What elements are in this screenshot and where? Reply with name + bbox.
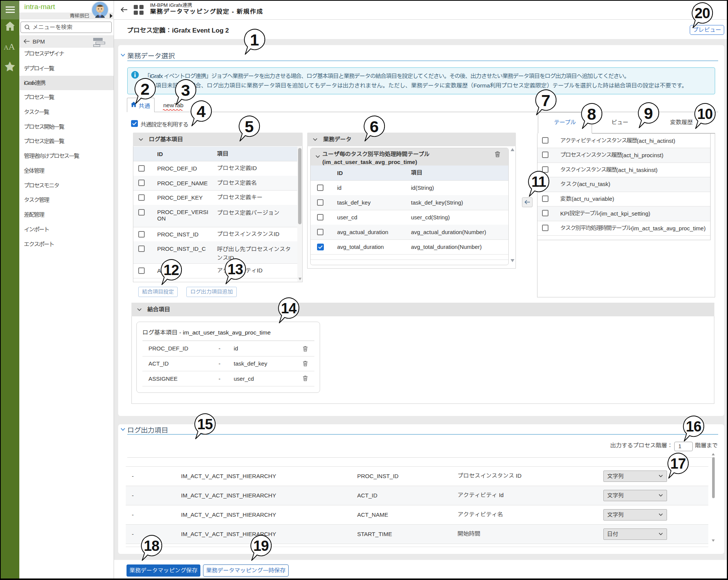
svg-text:4: 4	[197, 102, 206, 120]
svg-text:6: 6	[370, 117, 379, 136]
svg-text:2: 2	[141, 80, 150, 98]
svg-text:11: 11	[531, 174, 546, 190]
svg-text:17: 17	[670, 456, 686, 472]
svg-text:18: 18	[144, 538, 159, 554]
svg-text:3: 3	[181, 81, 190, 99]
svg-text:7: 7	[541, 91, 550, 109]
svg-text:5: 5	[245, 117, 254, 136]
svg-text:8: 8	[587, 105, 596, 123]
svg-text:13: 13	[228, 261, 243, 277]
svg-text:10: 10	[697, 106, 712, 122]
svg-text:20: 20	[695, 5, 710, 21]
svg-text:15: 15	[197, 416, 213, 432]
svg-text:16: 16	[686, 419, 701, 435]
svg-text:9: 9	[644, 104, 653, 122]
svg-text:19: 19	[253, 538, 269, 554]
svg-text:1: 1	[250, 31, 259, 49]
svg-text:12: 12	[164, 262, 179, 278]
svg-text:14: 14	[281, 300, 297, 316]
